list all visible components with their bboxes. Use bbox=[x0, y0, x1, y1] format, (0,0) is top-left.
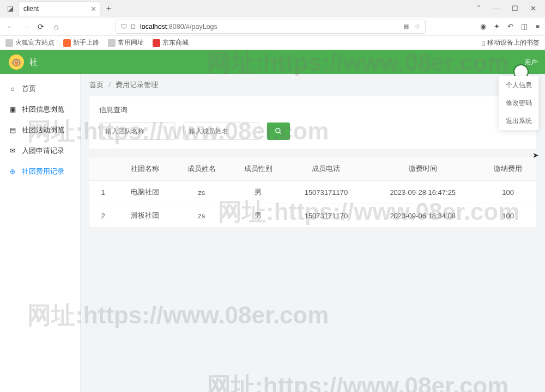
cell-time: 2023-09-06 18:34:08 bbox=[366, 204, 480, 228]
cell-name: zs bbox=[173, 181, 230, 204]
circle-plus-icon: ⊕ bbox=[9, 168, 16, 175]
account-icon[interactable]: ◉ bbox=[480, 22, 486, 30]
cell-club: 滑板社团 bbox=[117, 204, 173, 228]
breadcrumb-current: 费用记录管理 bbox=[116, 81, 158, 89]
bookmark-star-icon[interactable]: ☆ bbox=[414, 22, 421, 30]
table-row[interactable]: 2 滑板社团 zs 男 15073171170 2023-09-06 18:34… bbox=[89, 204, 536, 228]
fee-table: 社团名称 成员姓名 成员性别 成员电话 缴费时间 缴纳费用 1 电脑社团 zs … bbox=[89, 157, 536, 228]
menu-change-password[interactable]: 修改密码 bbox=[499, 94, 538, 112]
search-panel-title: 信息查询 bbox=[99, 105, 526, 115]
sidebar-item-club-activity[interactable]: ▤社团活动浏览 bbox=[0, 120, 80, 140]
bookmark-jd[interactable]: 京东商城 bbox=[153, 38, 189, 47]
home-button[interactable]: ⌂ bbox=[51, 22, 61, 31]
col-fee: 缴纳费用 bbox=[480, 157, 536, 181]
main-content: 首页 / 费用记录管理 信息查询 社团名称 成员姓名 bbox=[81, 74, 545, 392]
extension-icon[interactable]: ✦ bbox=[494, 22, 500, 30]
sidebar: ⌂首页 ▣社团信息浏览 ▤社团活动浏览 ✉入团申请记录 ⊕社团费用记录 bbox=[0, 74, 81, 392]
search-icon bbox=[275, 127, 282, 135]
bookmark-common[interactable]: 常用网址 bbox=[108, 38, 144, 47]
app-header: 🐵 社 用户: bbox=[0, 50, 545, 74]
cell-phone: 15073171170 bbox=[286, 204, 366, 228]
club-name-input[interactable] bbox=[99, 122, 175, 140]
cell-index: 2 bbox=[89, 204, 117, 228]
search-row bbox=[99, 122, 526, 140]
table-panel: 社团名称 成员姓名 成员性别 成员电话 缴费时间 缴纳费用 1 电脑社团 zs … bbox=[89, 157, 536, 228]
table-row[interactable]: 1 电脑社团 zs 男 15073171170 2023-09-28 16:47… bbox=[89, 181, 536, 204]
window-controls: ˅ ― ☐ ✕ bbox=[477, 4, 543, 13]
col-gender: 成员性别 bbox=[230, 157, 287, 181]
cell-club: 电脑社团 bbox=[117, 181, 173, 204]
cell-gender: 男 bbox=[230, 204, 287, 228]
folder-icon bbox=[5, 39, 13, 47]
grid-icon: ▣ bbox=[9, 106, 16, 113]
minimize-button[interactable]: ― bbox=[493, 4, 500, 13]
col-phone: 成员电话 bbox=[286, 157, 366, 181]
cell-fee: 100 bbox=[480, 204, 536, 228]
search-panel: 信息查询 bbox=[89, 96, 536, 149]
firefox-view-icon[interactable]: ◪ bbox=[2, 2, 19, 15]
cell-phone: 15073171170 bbox=[286, 181, 366, 204]
sidebar-icon[interactable]: ◫ bbox=[521, 22, 528, 30]
menu-logout[interactable]: 退出系统 bbox=[499, 112, 538, 130]
app-logo-icon: 🐵 bbox=[9, 54, 24, 70]
url-text: localhost:8080/#/payLogs bbox=[140, 23, 217, 30]
user-label: 用户: bbox=[525, 58, 538, 66]
mobile-icon: ▯ bbox=[481, 39, 485, 47]
tab-title: client bbox=[23, 5, 39, 13]
cell-name: zs bbox=[173, 204, 230, 228]
bookmarks-bar: 火狐官方站点 新手上路 常用网址 京东商城 ▯移动设备上的书签 bbox=[0, 36, 545, 50]
reader-icon[interactable]: ▦ bbox=[403, 23, 409, 30]
folder-icon bbox=[108, 39, 116, 47]
search-button[interactable] bbox=[267, 122, 290, 140]
tabs-dropdown-icon[interactable]: ˅ bbox=[477, 4, 481, 13]
mail-icon: ✉ bbox=[9, 147, 16, 155]
sidebar-item-home[interactable]: ⌂首页 bbox=[0, 78, 80, 99]
toolbar-right: ◉ ✦ ↶ ◫ ≡ bbox=[480, 22, 540, 30]
new-tab-button[interactable]: ＋ bbox=[105, 3, 113, 14]
sidebar-item-join-record[interactable]: ✉入团申请记录 bbox=[0, 140, 80, 161]
col-name: 成员姓名 bbox=[173, 157, 230, 181]
breadcrumb-sep: / bbox=[108, 81, 110, 89]
close-tab-icon[interactable]: ✕ bbox=[90, 5, 96, 13]
address-bar: ← → ⟳ ⌂ 🛡 🗋 localhost:8080/#/payLogs ▦ ☆… bbox=[0, 17, 545, 36]
menu-icon[interactable]: ≡ bbox=[535, 22, 540, 30]
bookmark-getting-started[interactable]: 新手上路 bbox=[63, 38, 99, 47]
lock-icon: 🗋 bbox=[130, 23, 137, 30]
fire-icon bbox=[63, 39, 71, 47]
col-time: 缴费时间 bbox=[366, 157, 480, 181]
svg-line-1 bbox=[280, 132, 281, 134]
sidebar-item-club-info[interactable]: ▣社团信息浏览 bbox=[0, 99, 80, 120]
col-club: 社团名称 bbox=[117, 157, 173, 181]
url-input[interactable]: 🛡 🗋 localhost:8080/#/payLogs ▦ ☆ bbox=[116, 20, 426, 34]
library-icon[interactable]: ↶ bbox=[507, 22, 513, 30]
cell-time: 2023-09-28 16:47:25 bbox=[366, 181, 480, 204]
bookmark-mobile[interactable]: ▯移动设备上的书签 bbox=[481, 38, 540, 47]
browser-tab-bar: ◪ client ✕ ＋ ˅ ― ☐ ✕ bbox=[0, 0, 545, 17]
forward-button: → bbox=[21, 22, 31, 31]
home-icon: ⌂ bbox=[9, 85, 16, 93]
member-name-input[interactable] bbox=[183, 122, 259, 140]
maximize-button[interactable]: ☐ bbox=[512, 4, 518, 13]
jd-icon bbox=[153, 39, 160, 47]
reload-button[interactable]: ⟳ bbox=[36, 22, 46, 31]
table-header-row: 社团名称 成员姓名 成员性别 成员电话 缴费时间 缴纳费用 bbox=[89, 157, 536, 181]
user-dropdown-menu: 个人信息 修改密码 退出系统 bbox=[499, 76, 538, 130]
breadcrumb-home[interactable]: 首页 bbox=[89, 81, 104, 89]
back-button[interactable]: ← bbox=[5, 22, 15, 31]
list-icon: ▤ bbox=[9, 126, 16, 134]
col-index bbox=[89, 157, 117, 181]
browser-tab[interactable]: client ✕ bbox=[19, 1, 100, 16]
sidebar-item-fee-record[interactable]: ⊕社团费用记录 bbox=[0, 161, 80, 182]
cell-fee: 100 bbox=[480, 181, 536, 204]
app-title: 社 bbox=[29, 57, 38, 68]
cell-index: 1 bbox=[89, 181, 117, 204]
breadcrumb: 首页 / 费用记录管理 bbox=[81, 74, 545, 96]
svg-point-0 bbox=[276, 128, 280, 133]
bookmark-firefox[interactable]: 火狐官方站点 bbox=[5, 38, 55, 47]
shield-icon: 🛡 bbox=[120, 23, 127, 30]
cell-gender: 男 bbox=[230, 181, 287, 204]
menu-profile[interactable]: 个人信息 bbox=[499, 76, 538, 94]
tab-strip: ◪ client ✕ ＋ bbox=[2, 0, 113, 17]
close-window-button[interactable]: ✕ bbox=[530, 4, 536, 13]
